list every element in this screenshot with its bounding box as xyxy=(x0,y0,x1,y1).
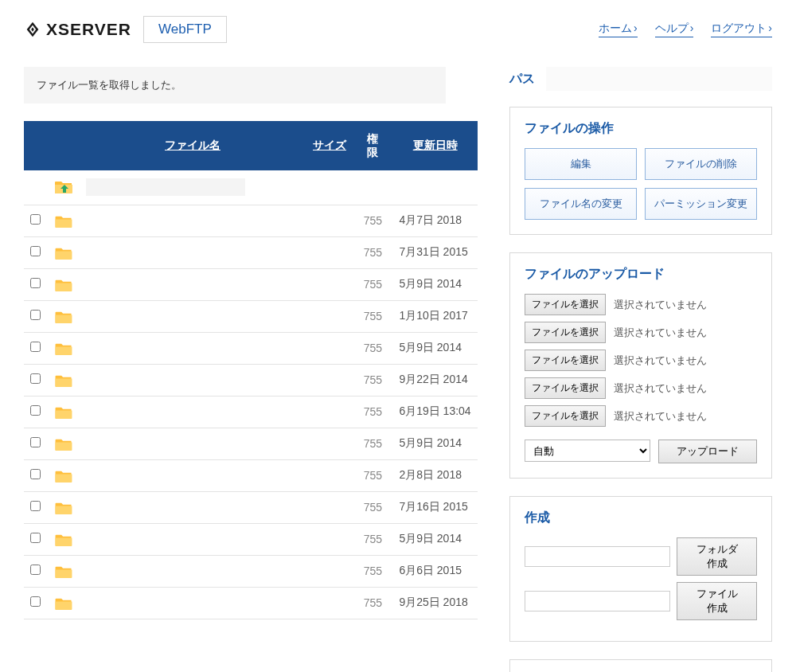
row-checkbox[interactable] xyxy=(30,310,41,320)
brand-name: XSERVER xyxy=(46,20,131,39)
file-perm: 755 xyxy=(353,364,393,396)
file-name[interactable] xyxy=(80,459,306,491)
rename-button[interactable]: ファイル名の変更 xyxy=(525,188,637,220)
file-perm: 755 xyxy=(353,459,393,491)
file-chosen-status: 選択されていません xyxy=(614,354,707,368)
file-date: 7月31日 2015 xyxy=(392,236,478,268)
folder-icon[interactable] xyxy=(54,404,73,417)
delete-button[interactable]: ファイルの削除 xyxy=(645,148,757,180)
folder-icon[interactable] xyxy=(54,213,73,226)
file-perm: 755 xyxy=(353,428,393,459)
choose-file-button[interactable]: ファイルを選択 xyxy=(525,322,606,343)
file-ops-panel: ファイルの操作 編集 ファイルの削除 ファイル名の変更 パーミッション変更 xyxy=(509,107,772,235)
nav-logout[interactable]: ログアウト xyxy=(711,21,772,37)
upload-title: ファイルのアップロード xyxy=(525,266,757,283)
file-chosen-status: 選択されていません xyxy=(614,326,707,340)
file-size xyxy=(306,587,353,619)
folder-icon[interactable] xyxy=(54,341,73,354)
row-checkbox[interactable] xyxy=(30,565,41,575)
choose-file-button[interactable]: ファイルを選択 xyxy=(525,377,606,399)
file-size xyxy=(306,205,353,236)
file-size xyxy=(306,332,353,364)
choose-file-button[interactable]: ファイルを選択 xyxy=(525,294,606,315)
col-size[interactable]: サイズ xyxy=(306,121,353,170)
file-perm: 755 xyxy=(353,523,393,555)
app-subtitle: WebFTP xyxy=(143,16,227,43)
row-checkbox[interactable] xyxy=(30,246,41,256)
table-row: 7557月31日 2015 xyxy=(24,236,478,268)
col-icon xyxy=(48,121,80,170)
row-checkbox[interactable] xyxy=(30,373,41,384)
row-checkbox[interactable] xyxy=(30,533,41,543)
create-title: 作成 xyxy=(525,510,757,526)
row-checkbox[interactable] xyxy=(30,342,41,352)
file-name[interactable] xyxy=(80,491,306,523)
file-name[interactable] xyxy=(80,396,306,428)
file-perm: 755 xyxy=(353,332,393,364)
file-size xyxy=(306,459,353,491)
nav-help[interactable]: ヘルプ xyxy=(655,21,694,37)
folder-icon[interactable] xyxy=(54,245,73,258)
folder-icon[interactable] xyxy=(54,564,73,576)
file-perm: 755 xyxy=(353,555,393,587)
file-name[interactable] xyxy=(80,300,306,332)
col-filename[interactable]: ファイル名 xyxy=(80,121,306,170)
folder-icon[interactable] xyxy=(54,277,73,290)
edit-button[interactable]: 編集 xyxy=(525,148,637,180)
file-size xyxy=(306,555,353,587)
file-size xyxy=(306,491,353,523)
row-checkbox[interactable] xyxy=(30,469,41,479)
row-checkbox[interactable] xyxy=(30,437,41,447)
folder-name-input[interactable] xyxy=(525,546,670,567)
file-name[interactable] xyxy=(80,205,306,236)
table-row: 7551月10日 2017 xyxy=(24,300,478,332)
file-name[interactable] xyxy=(80,555,306,587)
row-checkbox[interactable] xyxy=(30,501,41,511)
file-size xyxy=(306,396,353,428)
row-checkbox[interactable] xyxy=(30,278,41,288)
file-date: 5月9日 2014 xyxy=(392,428,478,459)
table-row: 7555月9日 2014 xyxy=(24,332,478,364)
file-name[interactable] xyxy=(80,523,306,555)
mkdir-button[interactable]: フォルダ作成 xyxy=(677,537,757,576)
file-size xyxy=(306,523,353,555)
file-date: 4月7日 2018 xyxy=(392,205,478,236)
logo-icon xyxy=(24,21,41,38)
mkfile-button[interactable]: ファイル作成 xyxy=(677,582,757,620)
folder-icon[interactable] xyxy=(54,468,73,481)
file-name[interactable] xyxy=(80,428,306,459)
folder-icon[interactable] xyxy=(54,373,73,385)
row-checkbox[interactable] xyxy=(30,214,41,225)
folder-icon[interactable] xyxy=(54,532,73,545)
nav-home[interactable]: ホーム xyxy=(599,21,638,37)
file-date: 9月22日 2014 xyxy=(392,364,478,396)
parent-folder-icon[interactable] xyxy=(54,184,73,197)
file-name[interactable] xyxy=(80,587,306,619)
file-name-input[interactable] xyxy=(525,591,670,611)
file-name[interactable] xyxy=(80,236,306,268)
folder-icon[interactable] xyxy=(54,436,73,449)
table-row: 7556月6日 2015 xyxy=(24,555,478,587)
path-value xyxy=(546,67,772,91)
row-checkbox[interactable] xyxy=(30,405,41,416)
choose-file-button[interactable]: ファイルを選択 xyxy=(525,405,606,427)
file-size xyxy=(306,428,353,459)
col-date[interactable]: 更新日時 xyxy=(392,121,478,170)
folder-icon[interactable] xyxy=(54,500,73,513)
row-checkbox[interactable] xyxy=(30,596,41,607)
file-perm: 755 xyxy=(353,205,393,236)
file-name[interactable] xyxy=(80,268,306,300)
create-panel: 作成 フォルダ作成 ファイル作成 xyxy=(509,496,772,642)
choose-file-button[interactable]: ファイルを選択 xyxy=(525,350,606,371)
upload-button[interactable]: アップロード xyxy=(658,440,757,463)
encoding-select-upload[interactable]: 自動 xyxy=(525,440,650,462)
status-message: ファイル一覧を取得しました。 xyxy=(24,67,446,104)
file-chosen-status: 選択されていません xyxy=(614,381,707,396)
folder-icon[interactable] xyxy=(54,596,73,608)
file-name[interactable] xyxy=(80,332,306,364)
chmod-button[interactable]: パーミッション変更 xyxy=(645,188,757,220)
folder-icon[interactable] xyxy=(54,309,73,322)
file-name[interactable] xyxy=(80,364,306,396)
table-row: 7552月8日 2018 xyxy=(24,459,478,491)
file-perm: 755 xyxy=(353,236,393,268)
